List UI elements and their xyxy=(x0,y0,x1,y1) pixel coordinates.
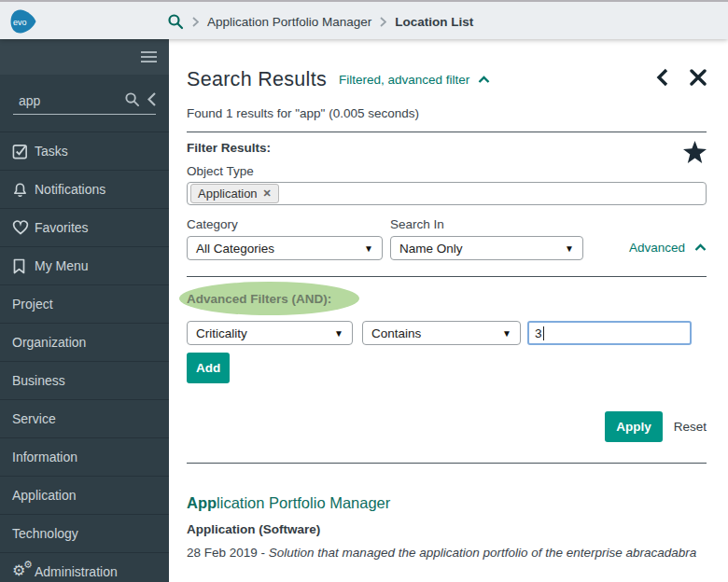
sidebar-item-service[interactable]: Service xyxy=(0,399,169,437)
criteria-value-text: 3 xyxy=(535,326,542,340)
page-title: Search Results xyxy=(187,68,327,91)
chevron-up-icon xyxy=(694,243,707,252)
sidebar-item-label: Favorites xyxy=(35,220,89,235)
sidebar-item-business[interactable]: Business xyxy=(0,361,169,399)
sidebar-item-favorites[interactable]: Favorites xyxy=(0,208,169,246)
star-icon[interactable] xyxy=(683,141,707,163)
sidebar-item-technology[interactable]: Technology xyxy=(0,514,169,552)
heart-icon xyxy=(12,220,35,235)
sidebar-item-label: Project xyxy=(12,297,53,312)
sidebar-search[interactable]: app xyxy=(0,75,169,132)
chevron-right-icon xyxy=(192,17,199,27)
sidebar-item-label: Notifications xyxy=(35,182,105,197)
result-title-highlight: App xyxy=(187,494,217,511)
sidebar-item-organization[interactable]: Organization xyxy=(0,323,169,361)
sidebar-item-information[interactable]: Information xyxy=(0,437,169,476)
dropdown-arrow-icon: ▼ xyxy=(364,243,373,254)
add-button[interactable]: Add xyxy=(187,353,230,383)
sidebar-item-label: Technology xyxy=(12,526,78,541)
close-icon[interactable] xyxy=(690,69,707,86)
logo-shape: evo xyxy=(7,7,37,35)
object-type-label: Object Type xyxy=(187,164,707,178)
sidebar-header xyxy=(0,39,169,75)
filter-results-heading: Filter Results: xyxy=(187,141,271,155)
sidebar-item-label: Business xyxy=(12,373,65,388)
object-type-chip: Application ✕ xyxy=(190,184,279,203)
advanced-filters-heading: Advanced Filters (AND): xyxy=(187,292,331,306)
search-underline xyxy=(13,114,156,115)
breadcrumb: Application Portfolio Manager Location L… xyxy=(167,2,473,41)
evo-logo[interactable]: evo xyxy=(7,7,37,35)
sidebar-item-label: My Menu xyxy=(35,258,89,273)
result-description-text: Solution that managed the application po… xyxy=(269,546,697,560)
chevron-up-icon xyxy=(478,76,490,84)
sidebar-item-application[interactable]: Application xyxy=(0,476,169,514)
advanced-label: Advanced xyxy=(629,241,685,255)
filter-status-toggle[interactable]: Filtered, advanced filter xyxy=(339,73,490,87)
search-icon[interactable] xyxy=(167,13,184,30)
chip-label: Application xyxy=(198,187,258,201)
dropdown-arrow-icon: ▼ xyxy=(334,328,343,339)
sidebar-item-project[interactable]: Project xyxy=(0,284,169,323)
reset-link[interactable]: Reset xyxy=(674,420,707,434)
divider xyxy=(187,463,707,464)
sidebar-item-label: Information xyxy=(12,450,77,464)
bell-icon xyxy=(12,181,35,198)
advanced-toggle[interactable]: Advanced xyxy=(629,241,707,255)
bookmark-icon xyxy=(12,258,35,274)
sidebar-item-tasks[interactable]: Tasks xyxy=(0,132,169,170)
sidebar-item-label: Service xyxy=(12,411,56,426)
results-summary: Found 1 results for "app" (0.005 seconds… xyxy=(187,106,707,120)
category-value: All Categories xyxy=(196,242,274,256)
sidebar-item-notifications[interactable]: Notifications xyxy=(0,170,169,208)
svg-text:evo: evo xyxy=(13,18,27,27)
breadcrumb-item-apm[interactable]: Application Portfolio Manager xyxy=(207,15,371,29)
criteria-field-value: Criticality xyxy=(196,326,247,340)
sidebar-item-my-menu[interactable]: My Menu xyxy=(0,246,169,284)
sidebar-item-label: Administration xyxy=(35,564,118,579)
text-cursor xyxy=(543,326,544,340)
result-title[interactable]: Application Portfolio Manager xyxy=(187,494,707,512)
topbar: evo Application Portfolio Manager Locati… xyxy=(0,0,728,39)
gears-icon: ⚙⚙ xyxy=(12,562,35,581)
sidebar-search-input[interactable]: app xyxy=(19,93,40,108)
chevron-left-icon[interactable] xyxy=(147,92,156,106)
search-icon[interactable] xyxy=(124,91,140,107)
dropdown-arrow-icon: ▼ xyxy=(565,243,574,254)
search-in-select[interactable]: Name Only ▼ xyxy=(390,236,583,260)
sidebar-nav: Tasks Notifications Favorites My Menu Pr… xyxy=(0,132,169,582)
result-description: 28 Feb 2019 - Solution that managed the … xyxy=(187,546,707,560)
criteria-value-input[interactable]: 3 xyxy=(527,321,692,345)
category-label: Category xyxy=(187,217,383,231)
chevron-right-icon xyxy=(380,17,386,27)
tasks-icon xyxy=(12,143,35,159)
sidebar-item-label: Organization xyxy=(12,335,86,350)
sidebar-item-label: Application xyxy=(12,488,77,503)
back-icon[interactable] xyxy=(655,68,668,87)
apply-button[interactable]: Apply xyxy=(605,411,663,442)
dropdown-arrow-icon: ▼ xyxy=(502,328,511,339)
divider xyxy=(187,276,707,277)
sidebar: app Tasks Notifications xyxy=(0,39,169,582)
main-content: Search Results Filtered, advanced filter… xyxy=(169,39,728,582)
sidebar-item-label: Tasks xyxy=(35,144,68,159)
object-type-input[interactable]: Application ✕ xyxy=(187,182,707,205)
criteria-field-select[interactable]: Criticality ▼ xyxy=(187,321,353,345)
result-title-rest: lication Portfolio Manager xyxy=(217,494,390,511)
filter-status-label: Filtered, advanced filter xyxy=(339,73,469,87)
result-type: Application (Software) xyxy=(187,522,707,536)
sidebar-item-administration[interactable]: ⚙⚙ Administration xyxy=(0,552,169,582)
criteria-operator-select[interactable]: Contains ▼ xyxy=(362,321,521,345)
criteria-operator-value: Contains xyxy=(371,326,421,340)
menu-icon[interactable] xyxy=(141,51,157,62)
breadcrumb-item-location-list[interactable]: Location List xyxy=(395,15,473,29)
chip-remove-icon[interactable]: ✕ xyxy=(263,187,272,200)
result-date: 28 Feb 2019 - xyxy=(187,546,269,560)
category-select[interactable]: All Categories ▼ xyxy=(187,236,383,260)
search-in-value: Name Only xyxy=(399,242,463,256)
search-in-label: Search In xyxy=(390,217,583,231)
